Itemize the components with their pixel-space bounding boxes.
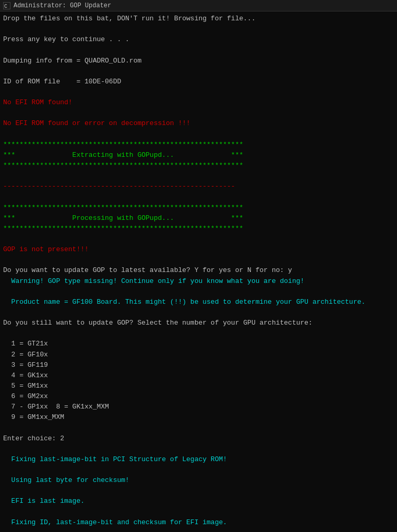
- terminal-line-line23: 5 = GM1xx: [3, 381, 394, 391]
- terminal-line-line22: 4 = GK1xx: [3, 370, 394, 381]
- terminal-line-line28: Fixing last-image-bit in PCI Structure o…: [3, 454, 394, 465]
- terminal-line-line1: Drop the files on this bat, DON'T run it…: [3, 14, 394, 24]
- terminal-line-line2: Press any key to continue . . .: [3, 34, 394, 45]
- terminal-line-line26: 9 = GM1xx_MXM: [3, 412, 394, 423]
- terminal-line-blank6: [3, 129, 394, 140]
- terminal-line-blank12: [3, 307, 394, 318]
- terminal-line-line17: Product name = GF100 Board. This might (…: [3, 297, 394, 307]
- terminal-line-line13: ****************************************…: [3, 224, 394, 234]
- terminal-line-line11: ****************************************…: [3, 203, 394, 213]
- terminal-line-line9: ****************************************…: [3, 160, 394, 171]
- terminal-line-line27: Enter choice: 2: [3, 434, 394, 444]
- terminal-line-blank5: [3, 108, 394, 118]
- terminal-line-line4: ID of ROM file = 10DE-06DD: [3, 77, 394, 87]
- terminal-line-blank9: [3, 234, 394, 244]
- terminal-line-line14: GOP is not present!!!: [3, 244, 394, 255]
- terminal-line-line5: No EFI ROM found!: [3, 97, 394, 108]
- terminal-line-line20: 2 = GF10x: [3, 350, 394, 360]
- terminal-line-blank11: [3, 287, 394, 297]
- terminal-line-blank1: [3, 24, 394, 34]
- title-bar-label: Administrator: GOP Updater: [14, 2, 394, 9]
- terminal-line-line25: 7 - GP1xx 8 = GK1xx_MXM: [3, 402, 394, 412]
- terminal-line-line15: Do you want to update GOP to latest avai…: [3, 265, 394, 276]
- terminal-line-line30: EFI is last image.: [3, 496, 394, 506]
- title-bar: C Administrator: GOP Updater: [0, 0, 397, 11]
- terminal-line-line18: Do you still want to update GOP? Select …: [3, 318, 394, 328]
- terminal-line-blank17: [3, 486, 394, 496]
- terminal-line-blank10: [3, 255, 394, 265]
- terminal-line-blank3: [3, 66, 394, 77]
- terminal-line-blank18: [3, 507, 394, 517]
- terminal-line-line31: Fixing ID, last-image-bit and checksum f…: [3, 517, 394, 528]
- terminal-line-blank4: [3, 87, 394, 97]
- terminal-line-line12: *** Processing with GOPupd... ***: [3, 213, 394, 224]
- terminal-window: Drop the files on this bat, DON'T run it…: [0, 11, 397, 532]
- terminal-line-line8: *** Extracting with GOPupd... ***: [3, 150, 394, 160]
- terminal-line-line24: 6 = GM2xx: [3, 391, 394, 402]
- terminal-line-blank13: [3, 328, 394, 339]
- terminal-line-line10: ----------------------------------------…: [3, 181, 394, 192]
- terminal-line-line6: No EFI ROM found or error on decompressi…: [3, 118, 394, 129]
- terminal-line-blank8: [3, 192, 394, 202]
- terminal-line-line7: ****************************************…: [3, 140, 394, 150]
- terminal-line-blank15: [3, 444, 394, 454]
- terminal-line-blank14: [3, 423, 394, 433]
- cmd-icon: C: [3, 2, 10, 9]
- terminal-line-blank7: [3, 171, 394, 181]
- terminal-line-blank19: [3, 528, 394, 532]
- terminal-line-line19: 1 = GT21x: [3, 339, 394, 349]
- terminal-line-line3: Dumping info from = QUADRO_OLD.rom: [3, 56, 394, 66]
- terminal-line-line16: Warning! GOP type missing! Continue only…: [3, 276, 394, 287]
- terminal-line-blank2: [3, 45, 394, 55]
- terminal-line-blank16: [3, 465, 394, 475]
- svg-text:C: C: [4, 4, 7, 9]
- terminal-line-line21: 3 = GF119: [3, 360, 394, 370]
- terminal-line-line29: Using last byte for checksum!: [3, 475, 394, 486]
